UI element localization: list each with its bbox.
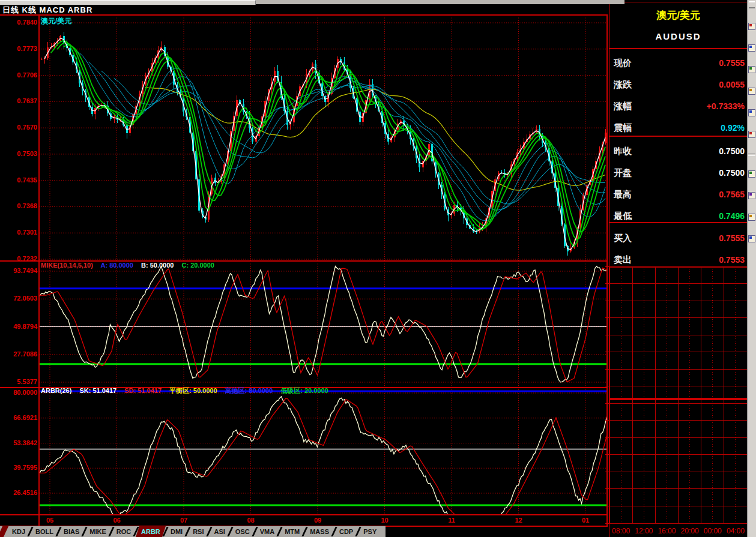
- x-axis-month-label: 07: [180, 517, 187, 524]
- toolbar-icon[interactable]: [748, 23, 755, 30]
- toolbar-icon[interactable]: [748, 214, 755, 221]
- main-y-axis-label: 0.7840: [1, 19, 37, 26]
- arbr-y-axis-label: 80.0000: [1, 389, 37, 396]
- arbr-name: ARBR(26): [41, 387, 71, 394]
- mike-y-axis-label: 27.7086: [1, 350, 37, 358]
- arbr-y-axis-label: 26.4516: [1, 489, 37, 496]
- mike-y-axis-label: 5.5377: [1, 378, 37, 385]
- mike-a-value: A: 80.0000: [100, 262, 133, 269]
- trading-app-screen: 日线 K线 MACD ARBR 澳元/美元 MIKE(10,14,5,10) A…: [0, 0, 756, 537]
- tab-roc[interactable]: ROC: [113, 526, 135, 537]
- toolbar-icon[interactable]: [748, 66, 755, 73]
- tab-mtm[interactable]: MTM: [281, 526, 303, 537]
- mike-y-axis-label: 49.8794: [1, 323, 37, 330]
- main-y-axis-label: 0.7368: [1, 202, 37, 209]
- tab-bias[interactable]: BIAS: [60, 526, 83, 537]
- main-y-axis-label: 0.7232: [1, 255, 37, 262]
- tab-cdp[interactable]: CDP: [336, 526, 357, 537]
- toolbar-icon[interactable]: [748, 109, 755, 116]
- mike-c-value: C: 20.0000: [181, 262, 214, 269]
- toolbar-icon[interactable]: [748, 192, 755, 199]
- x-axis-month-label: 09: [314, 517, 321, 524]
- intraday-time-label: 12:00: [635, 527, 653, 535]
- x-axis-month-label: 11: [448, 517, 455, 524]
- mike-indicator-label: MIKE(10,14,5,10) A: 80.0000 B: 50.0000 C…: [41, 262, 214, 269]
- arbr-sd-value: SD: 51.0417: [124, 387, 162, 394]
- tab-vma[interactable]: VMA: [256, 526, 278, 537]
- arbr-low-value: 低吸区: 20.0000: [280, 387, 328, 394]
- arbr-indicator-label: ARBR(26) SK: 51.0417 SD: 51.0417 平衡区: 50…: [41, 386, 328, 395]
- mike-y-axis-label: 93.7494: [1, 267, 37, 274]
- toolbar-divider: [748, 154, 755, 156]
- toolbar-icon[interactable]: [748, 170, 755, 178]
- intraday-time-label: 08:00: [612, 527, 630, 535]
- mike-name: MIKE(10,14,5,10): [41, 262, 93, 269]
- scrollbar-thumb[interactable]: [0, 0, 256, 5]
- tab-psy[interactable]: PSY: [360, 526, 380, 537]
- arbr-sk-value: SK: 51.0417: [79, 387, 116, 394]
- toolbar-icon[interactable]: [748, 235, 755, 242]
- arbr-y-axis-label: 66.6921: [1, 414, 37, 421]
- intraday-time-label: 16:00: [658, 527, 676, 535]
- toolbar-grip-icon[interactable]: [749, 1, 755, 8]
- toolbar-icon[interactable]: [748, 88, 755, 95]
- toolbar-icon[interactable]: [748, 131, 755, 138]
- right-toolbar-strip: [747, 0, 756, 537]
- main-y-axis-label: 0.7773: [1, 45, 37, 52]
- x-axis-month-label: 08: [247, 517, 254, 524]
- tab-arbr[interactable]: ARBR: [136, 526, 166, 537]
- intraday-time-label: 20:00: [681, 527, 699, 535]
- main-y-axis-label: 0.7301: [1, 229, 37, 236]
- tab-mike[interactable]: MIKE: [86, 526, 110, 537]
- arbr-balance-value: 平衡区: 50.0000: [169, 387, 217, 394]
- tab-kdj[interactable]: KDJ: [8, 526, 29, 537]
- x-axis-month-label: 05: [46, 517, 53, 524]
- x-axis-month-label: 06: [113, 517, 120, 524]
- main-y-axis-label: 0.7435: [1, 176, 37, 184]
- arbr-y-axis-label: 39.7595: [1, 464, 37, 471]
- main-chart-symbol-label: 澳元/美元: [41, 16, 71, 26]
- main-y-axis-label: 0.7503: [1, 150, 37, 157]
- tab-osc[interactable]: OSC: [232, 526, 253, 537]
- tab-rsi[interactable]: RSI: [189, 526, 207, 537]
- tab-fragment: [0, 526, 8, 537]
- mike-y-axis-label: 72.0503: [1, 295, 37, 302]
- toolbar-icon[interactable]: [748, 44, 755, 52]
- intraday-time-label: 04:00: [727, 527, 745, 535]
- main-y-axis-label: 0.7570: [1, 124, 37, 131]
- mike-b-value: B: 50.0000: [141, 262, 174, 269]
- indicator-tab-bar: KDJBOLLBIASMIKEROCARBRDMIRSIASIOSCVMAMTM…: [0, 526, 386, 537]
- indicator-titlebar: 日线 K线 MACD ARBR: [2, 5, 92, 16]
- horizontal-scrollbar[interactable]: [0, 0, 624, 4]
- main-y-axis-label: 0.7706: [1, 71, 37, 79]
- tab-asi[interactable]: ASI: [211, 526, 229, 537]
- x-axis-month-label: 01: [582, 517, 589, 524]
- tab-boll[interactable]: BOLL: [32, 526, 57, 537]
- intraday-time-label: 00:00: [704, 527, 722, 535]
- tab-dmi[interactable]: DMI: [167, 526, 186, 537]
- arbr-high-value: 高抛区: 80.0000: [225, 387, 273, 394]
- arbr-y-axis-label: 53.3842: [1, 439, 37, 446]
- main-y-axis-label: 0.7637: [1, 97, 37, 104]
- tab-mass[interactable]: MASS: [306, 526, 333, 537]
- x-axis-month-label: 12: [515, 517, 522, 524]
- x-axis-month-label: 10: [381, 517, 388, 524]
